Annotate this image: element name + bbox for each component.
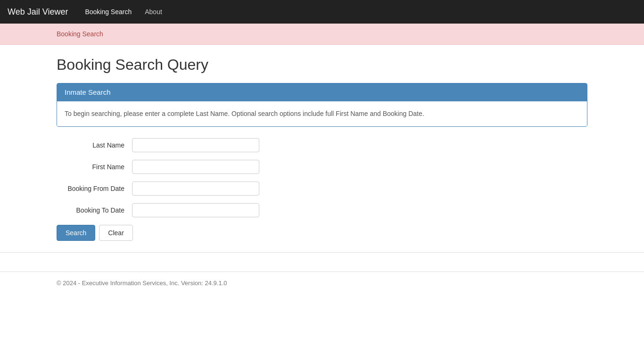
last-name-label: Last Name [57, 141, 132, 149]
first-name-input[interactable] [132, 160, 259, 174]
inmate-search-panel: Inmate Search To begin searching, please… [57, 83, 587, 127]
booking-from-label: Booking From Date [57, 185, 132, 192]
booking-from-group: Booking From Date [57, 181, 587, 196]
inmate-search-body: To begin searching, please enter a compl… [57, 101, 587, 126]
breadcrumb: Booking Search [0, 24, 644, 45]
footer-divider [0, 252, 644, 253]
first-name-group: First Name [57, 160, 587, 174]
clear-button[interactable]: Clear [99, 225, 132, 241]
footer: © 2024 - Executive Information Services,… [0, 272, 644, 294]
page-title: Booking Search Query [57, 56, 587, 74]
main-content: Booking Search Query Inmate Search To be… [0, 45, 644, 252]
breadcrumb-link[interactable]: Booking Search [57, 30, 103, 38]
search-button[interactable]: Search [57, 225, 95, 241]
booking-from-input[interactable] [132, 181, 259, 196]
last-name-group: Last Name [57, 138, 587, 152]
booking-to-label: Booking To Date [57, 206, 132, 214]
inmate-search-header: Inmate Search [57, 83, 587, 101]
booking-to-input[interactable] [132, 203, 259, 217]
navbar-links: Booking Search About [79, 8, 167, 16]
nav-about[interactable]: About [139, 5, 168, 18]
navbar: Web Jail Viewer Booking Search About [0, 0, 644, 24]
navbar-brand[interactable]: Web Jail Viewer [8, 7, 68, 17]
button-row: Search Clear [57, 225, 587, 241]
booking-to-group: Booking To Date [57, 203, 587, 217]
inmate-search-description: To begin searching, please enter a compl… [65, 109, 579, 119]
last-name-input[interactable] [132, 138, 259, 152]
footer-text: © 2024 - Executive Information Services,… [57, 280, 227, 287]
search-form: Last Name First Name Booking From Date B… [57, 138, 587, 241]
first-name-label: First Name [57, 163, 132, 171]
nav-booking-search[interactable]: Booking Search [79, 5, 137, 18]
